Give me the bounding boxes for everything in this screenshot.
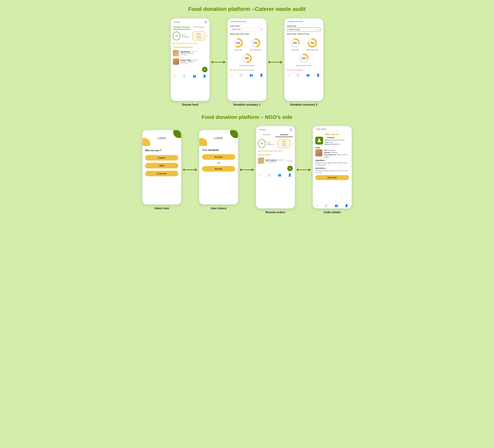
phone2-bottom-nav: ⌂ 🛒 👥 👤 xyxy=(228,72,266,78)
thumbs-icon-2: 👍 xyxy=(230,69,232,71)
dropdown-arrow: ▼ xyxy=(260,28,262,30)
nav-profile-icon[interactable]: 👤 xyxy=(203,75,206,77)
donut-sold-1: 55% xyxy=(233,37,244,48)
nav-user-ngo3[interactable]: 👥 xyxy=(278,173,281,177)
food1-name: Veg Biryani xyxy=(180,51,190,53)
caterer-info-row: 🕐 8:30 pm Address: Nagar Road, Viman Nag… xyxy=(315,137,349,145)
main-title: Food donation platform –Caterer waste au… xyxy=(6,6,488,12)
nav-cart-ngo4[interactable]: 🛒 xyxy=(325,204,328,207)
phone3-back[interactable]: ‹ Donation Summary xyxy=(287,21,303,23)
phone2-topbar: ‹ Donation Summary xyxy=(228,19,266,24)
env-label-1: Environmental Impact xyxy=(239,64,255,66)
ngo-phone3-screen: ‹ Receive ☰ Donations Requests 10 Total … xyxy=(256,126,295,208)
nav-user-ngo4[interactable]: 👥 xyxy=(335,204,338,207)
ngo-phone3-menu[interactable]: ☰ xyxy=(290,128,292,131)
phone1: ‹ Donate ☰ Donation Summary Food Request… xyxy=(171,18,210,101)
donut-env-2: 25% xyxy=(298,53,309,64)
nav-user-3[interactable]: 👥 xyxy=(306,74,310,77)
phone2-wrapper: ‹ Donation Summary Select field Select f… xyxy=(227,18,267,106)
nav-home-ngo3[interactable]: ⌂ xyxy=(259,173,261,177)
instructions-text: Heat before eating, Consume before 4am o… xyxy=(315,170,349,174)
phone1-menu-icon[interactable]: ☰ xyxy=(205,21,207,24)
nav-cart-3[interactable]: 🛒 xyxy=(296,74,300,77)
nav-cart-2[interactable]: 🛒 xyxy=(239,74,243,77)
phone1-bottom-nav: ⌂ 🛒 👥 👤 xyxy=(171,73,210,79)
caterer-btn[interactable]: Caterer xyxy=(145,155,178,161)
fab-button[interactable]: + xyxy=(202,67,208,72)
ngo-phone3-tabs: Donations Requests xyxy=(256,133,295,137)
ngo-phone2-label: User choice xyxy=(211,207,226,210)
logo-text-1: LOGO xyxy=(158,137,166,140)
thumbs-icon-3: 👍 xyxy=(258,150,260,152)
ngo-phone4-back[interactable]: ‹ Order details xyxy=(315,128,326,130)
hello-label: Hello Sonakshi, xyxy=(199,146,238,153)
ngo-fab-btn[interactable]: + xyxy=(287,166,293,171)
phone1-back[interactable]: ‹ Donate xyxy=(173,21,180,23)
nav-home-3[interactable]: ⌂ xyxy=(288,74,289,77)
ngo-phone3: ‹ Receive ☰ Donations Requests 10 Total … xyxy=(256,126,295,209)
thumbs-down-icon: 👎 xyxy=(287,69,289,71)
phone2-select-label: Select field xyxy=(228,24,266,27)
food-img-1 xyxy=(173,50,179,56)
nav-cart-ngo3[interactable]: 🛒 xyxy=(268,173,271,177)
nav-home-icon[interactable]: ⌂ xyxy=(174,75,176,77)
ngo-btn[interactable]: NGO xyxy=(145,163,178,168)
ngo-phone3-stats: 10 Total Donations 150+ Meals served › xyxy=(256,137,295,150)
phone2-back[interactable]: ‹ Donation Summary xyxy=(230,21,246,23)
phone3-select-dropdown[interactable]: Kitchen Scrap ▼ xyxy=(287,27,321,31)
instructions-title: Instructions xyxy=(315,167,349,169)
ngo-phone3-wrapper: ‹ Receive ☰ Donations Requests 10 Total … xyxy=(256,126,295,214)
nav-cart-icon[interactable]: 🛒 xyxy=(183,75,186,77)
nav-home-ngo4[interactable]: ⌂ xyxy=(316,204,318,207)
ingredients-text: Basmati rice, mix veggies, herbs & birya… xyxy=(315,162,349,166)
edit-order-btn[interactable]: Edit order xyxy=(315,175,349,180)
caterer-time: 🕐 8:30 pm xyxy=(325,137,349,139)
nav-user-2[interactable]: 👥 xyxy=(249,74,253,77)
ngo-stat1-label: Total Donations xyxy=(267,142,276,145)
ngo-phone3-back[interactable]: ‹ Receive xyxy=(259,129,266,131)
phone1-label: Donate food xyxy=(182,103,198,106)
ngo-phone2: LOGO Hello Sonakshi, Receive OR Donate xyxy=(199,130,238,205)
phone2-select-dropdown[interactable]: Select field ▼ xyxy=(230,27,264,31)
receive-btn[interactable]: Receive xyxy=(202,154,235,160)
tab-donation-summary[interactable]: Donation Summary xyxy=(173,25,190,29)
tab-requests[interactable]: Requests xyxy=(275,133,293,137)
order1-time: 🕐 8:30pm xyxy=(286,160,293,162)
nav-profile-ngo4[interactable]: 👤 xyxy=(345,204,348,207)
donate-btn[interactable]: Donate xyxy=(202,166,235,172)
order-item-1: ABC Caterers 16/08/23 › Dish: Veg Biryan… xyxy=(256,157,295,165)
ngo-phone3-bottom-nav: ⌂ 🛒 👥 👤 xyxy=(256,172,295,178)
ngo-phone2-wrapper: LOGO Hello Sonakshi, Receive OR Donate U… xyxy=(199,130,238,210)
clock-icon-caterer: 🕐 xyxy=(325,137,327,139)
nav-home-2[interactable]: ⌂ xyxy=(231,74,233,77)
food1-arrow: › xyxy=(197,51,198,53)
ngo-phone3-topbar: ‹ Receive ☰ xyxy=(256,126,295,133)
nav-profile-3[interactable]: 👤 xyxy=(316,74,320,77)
stat1-label: Total Donations xyxy=(182,34,191,38)
customer-btn[interactable]: Customer xyxy=(145,171,178,176)
phone1-tabs: Donation Summary Food Request xyxy=(171,25,210,30)
food2-date: 20/08/22 xyxy=(192,59,197,61)
donut-env-text-2: 25% xyxy=(302,57,306,59)
tab-donations[interactable]: Donations xyxy=(258,133,275,137)
phone2-screen: ‹ Donation Summary Select field Select f… xyxy=(228,19,266,101)
tab-food-request[interactable]: Food Request xyxy=(190,25,208,29)
phone2-charts-row: 55% Waste sold 45% xyxy=(228,36,266,52)
donut-env-text-1: 50% xyxy=(245,57,249,59)
green-circle-1 xyxy=(173,130,181,138)
arrow-dot-3 xyxy=(183,169,185,171)
chart-label-sold-1: Waste sold xyxy=(234,49,242,51)
nav-profile-ngo3[interactable]: 👤 xyxy=(288,173,291,177)
ngo-phone4-label: Order details xyxy=(324,211,341,214)
food2-name: Paneer Tikka xyxy=(180,59,191,61)
nav-user-icon[interactable]: 👥 xyxy=(193,75,196,77)
svg-point-12 xyxy=(318,139,320,141)
caterer-img xyxy=(315,137,323,144)
chart-sold-2: 25% Waste sold xyxy=(289,37,300,51)
food-item-1: Veg Biryani 16/08/23 › Quantity : 20 ser… xyxy=(171,49,210,57)
yellow-circle-1 xyxy=(142,138,150,146)
nav-profile-2[interactable]: 👤 xyxy=(260,74,263,77)
phone3-topbar: ‹ Donation Summary xyxy=(284,19,323,24)
flow-row-2: LOGO Who are you ? Caterer NGO Customer … xyxy=(6,126,488,214)
phone2-label: Donation summary 1 xyxy=(233,103,261,106)
